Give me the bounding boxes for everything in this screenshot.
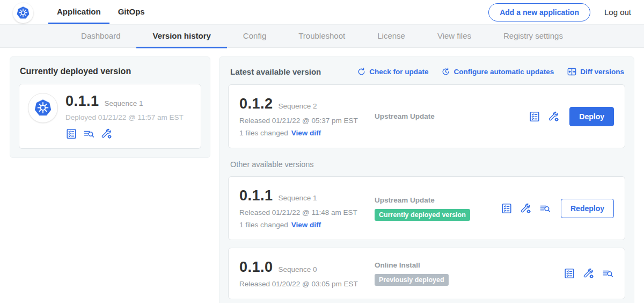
header-tabs: ApplicationGitOps (48, 0, 153, 24)
nav-item-version-history[interactable]: Version history (136, 25, 226, 48)
files-changed-label: 1 files changed (239, 221, 288, 229)
source-label: Upstream Update (375, 112, 435, 120)
version-actions-right: Deploy (529, 107, 614, 126)
app-logo (28, 93, 58, 123)
version-row: 0.1.0 Sequence 0 Released 01/20/22 @ 03:… (228, 248, 625, 299)
version-actions-right (564, 268, 614, 279)
version-number: 0.1.2 (239, 96, 273, 112)
checklist-icon[interactable] (65, 128, 77, 140)
released-timestamp: Released 01/20/22 @ 03:05 pm EST (239, 280, 375, 288)
sub-nav: DashboardVersion historyConfigTroublesho… (0, 24, 644, 48)
currently-deployed-panel: Currently deployed version (10, 56, 210, 158)
sequence-label: Sequence 0 (279, 265, 317, 273)
deployed-version-details: 0.1.1 Sequence 1 Deployed 01/21/22 @ 11:… (65, 93, 184, 140)
files-changed-line: 1 files changedView diff (239, 129, 375, 137)
sequence-label: Sequence 2 (279, 102, 317, 110)
row-icons (564, 268, 614, 279)
nav-item-dashboard[interactable]: Dashboard (65, 25, 136, 48)
logout-button[interactable]: Log out (604, 8, 631, 17)
checklist-icon[interactable] (564, 268, 575, 279)
deploy-button[interactable]: Deploy (569, 107, 614, 126)
version-history-panel: Latest available version Check for updat… (219, 56, 634, 303)
logs-icon[interactable] (539, 203, 551, 214)
kubernetes-logo-icon (32, 97, 54, 119)
status-badge: Currently deployed version (375, 209, 470, 221)
view-diff-link[interactable]: View diff (291, 221, 321, 229)
config-icon[interactable] (520, 203, 532, 214)
source-label: Online Install (375, 261, 420, 269)
deployed-timestamp: Deployed 01/21/22 @ 11:57 am EST (65, 113, 184, 121)
nav-item-troubleshoot[interactable]: Troubleshoot (282, 25, 361, 48)
refresh-icon (357, 67, 366, 76)
view-diff-link[interactable]: View diff (291, 129, 321, 137)
source-label: Upstream Update (375, 196, 435, 204)
action-check-for-update[interactable]: Check for update (357, 67, 428, 76)
row-icons (501, 203, 551, 214)
version-actions-right: Redeploy (501, 199, 614, 218)
schedule-icon (441, 67, 450, 76)
version-info: 0.1.2 Sequence 2 Released 01/21/22 @ 05:… (239, 96, 375, 137)
action-label: Diff versions (580, 68, 624, 76)
status-badge: Previously deployed (375, 274, 449, 286)
version-source: Upstream Update (375, 112, 435, 120)
sequence-label: Sequence 1 (279, 194, 317, 202)
version-source: Online Install Previously deployed (375, 261, 449, 286)
header-tab-gitops[interactable]: GitOps (109, 0, 153, 24)
latest-version-list: 0.1.2 Sequence 2 Released 01/21/22 @ 05:… (228, 84, 625, 148)
nav-item-view-files[interactable]: View files (421, 25, 487, 48)
version-row: 0.1.1 Sequence 1 Released 01/21/22 @ 11:… (228, 176, 625, 240)
deployed-version-number: 0.1.1 (65, 93, 99, 110)
version-source: Upstream Update Currently deployed versi… (375, 196, 470, 221)
nav-item-config[interactable]: Config (227, 25, 282, 48)
checklist-icon[interactable] (529, 111, 540, 122)
nav-item-registry-settings[interactable]: Registry settings (487, 25, 579, 48)
diff-icon (567, 67, 577, 77)
version-number: 0.1.1 (239, 187, 273, 204)
config-icon[interactable] (548, 111, 560, 122)
config-icon[interactable] (583, 268, 595, 279)
checklist-icon[interactable] (501, 203, 513, 214)
action-label: Check for update (369, 68, 428, 76)
add-application-button[interactable]: Add a new application (488, 3, 590, 21)
deployed-icon-row (65, 128, 184, 140)
released-timestamp: Released 01/21/22 @ 11:48 am EST (239, 208, 375, 217)
logs-icon[interactable] (83, 128, 95, 140)
version-info: 0.1.1 Sequence 1 Released 01/21/22 @ 11:… (239, 187, 375, 229)
other-versions-title: Other available versions (230, 160, 624, 169)
latest-version-header: Latest available version Check for updat… (230, 67, 624, 77)
nav-item-license[interactable]: License (361, 25, 421, 48)
deployed-panel-title: Currently deployed version (20, 67, 201, 76)
action-diff-versions[interactable]: Diff versions (567, 67, 624, 77)
version-number: 0.1.0 (239, 259, 273, 276)
kubernetes-logo (13, 3, 33, 23)
files-changed-line: 1 files changedView diff (239, 221, 375, 229)
version-info: 0.1.0 Sequence 0 Released 01/20/22 @ 03:… (239, 259, 375, 288)
version-row: 0.1.2 Sequence 2 Released 01/21/22 @ 05:… (228, 84, 625, 148)
header-tab-application[interactable]: Application (48, 0, 109, 24)
top-header: ApplicationGitOps Add a new application … (0, 0, 644, 24)
main-content: Currently deployed version (0, 48, 644, 303)
deployed-sequence-label: Sequence 1 (105, 99, 143, 107)
row-icons (529, 111, 560, 122)
deployed-version-card: 0.1.1 Sequence 1 Deployed 01/21/22 @ 11:… (19, 84, 201, 149)
latest-version-title: Latest available version (230, 67, 321, 76)
released-timestamp: Released 01/21/22 @ 05:37 pm EST (239, 117, 375, 125)
other-version-list: 0.1.1 Sequence 1 Released 01/21/22 @ 11:… (228, 176, 625, 299)
version-actions: Check for updateConfigure automatic upda… (357, 67, 624, 77)
action-label: Configure automatic updates (453, 68, 554, 76)
logs-icon[interactable] (602, 268, 614, 279)
files-changed-label: 1 files changed (239, 129, 288, 137)
kubernetes-logo-icon (15, 5, 31, 21)
config-icon[interactable] (101, 128, 113, 140)
redeploy-button[interactable]: Redeploy (561, 199, 614, 218)
action-configure-automatic-updates[interactable]: Configure automatic updates (441, 67, 554, 76)
